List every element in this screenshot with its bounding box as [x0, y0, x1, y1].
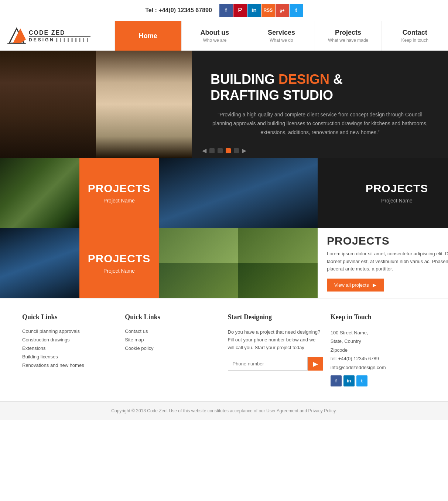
footer-link-licenses[interactable]: Building licenses [22, 354, 117, 359]
view-all-button[interactable]: View all projects ▶ [327, 279, 384, 292]
nav-home-label: Home [139, 32, 157, 40]
nav-contact[interactable]: Contact Keep in touch [381, 21, 448, 51]
footer-link-renovations[interactable]: Renovations and new homes [22, 362, 117, 368]
footer-linkedin-icon[interactable]: in [343, 375, 355, 386]
hero-title-highlight: DESIGN [278, 72, 329, 87]
footer-col3-heading: Start Designing [228, 313, 323, 321]
footer-link-contact[interactable]: Contact us [125, 328, 220, 334]
nav-home[interactable]: Home [114, 21, 181, 51]
twitter-icon[interactable]: t [290, 4, 303, 17]
googleplus-icon[interactable]: g+ [276, 4, 289, 17]
project-4-desc: Lorem ipsum dolor sit amet, consectetur … [327, 250, 448, 273]
facebook-icon[interactable]: f [219, 4, 233, 17]
footer-tel: tel: +44(0) 12345 6789 [331, 356, 379, 361]
hero-quote: "Providing a high quality and complete c… [211, 110, 430, 137]
footer-social-icons: f in t [331, 375, 426, 386]
footer-quick-links-2: Quick Links Contact us Site map Cookie p… [125, 313, 220, 386]
project-image-1[interactable] [0, 158, 79, 228]
footer-keep-in-touch: Keep in Touch 100 Street Name, State, Co… [331, 313, 426, 386]
slider-next[interactable]: ▶ [242, 147, 246, 154]
slider-dot-4[interactable] [234, 148, 239, 153]
project-image-4[interactable] [159, 228, 318, 298]
footer-link-sitemap[interactable]: Site map [125, 337, 220, 342]
project-image-3[interactable] [0, 228, 79, 298]
nav-about-sublabel: Who we are [203, 38, 226, 43]
project-image-2[interactable] [159, 158, 318, 228]
nav-services-sublabel: What we do [270, 38, 293, 43]
slider-prev[interactable]: ◀ [202, 147, 206, 154]
nav-services-label: Services [268, 29, 295, 37]
hero-slider: BUILDING DESIGN & DRAFTING STUDIO "Provi… [0, 51, 448, 158]
hero-title-text3: DRAFTING STUDIO [211, 88, 333, 103]
logo-text-2: DESIGN [29, 37, 55, 42]
project-4-title: PROJECTS [327, 235, 448, 247]
project-2-name: Project Name [381, 198, 413, 204]
header: CODE ZED DESIGN ▌▌▌▌▌▌▌▌▌ Home About us … [0, 21, 448, 51]
nav-contact-label: Contact [403, 29, 427, 37]
project-label-1[interactable]: PROJECTS Project Name [79, 158, 159, 228]
nav-projects[interactable]: Projects What we have made [315, 21, 382, 51]
nav-projects-sublabel: What we have made [328, 38, 368, 43]
hero-image [0, 51, 192, 158]
svg-marker-1 [13, 28, 26, 43]
logo-text-1: CODE ZED [29, 30, 90, 36]
footer-col1-heading: Quick Links [22, 313, 117, 321]
rss-icon[interactable]: RSS [261, 4, 275, 17]
logo-icon [7, 27, 26, 45]
project-1-name: Project Name [103, 198, 135, 204]
view-all-label: View all projects [334, 282, 369, 288]
footer-col2-heading: Quick Links [125, 313, 220, 321]
phone-submit-button[interactable]: ▶ [308, 357, 323, 371]
pinterest-icon[interactable]: P [233, 4, 247, 17]
phone-input[interactable] [228, 357, 308, 371]
footer-link-cookie[interactable]: Cookie policy [125, 345, 220, 351]
project-label-2[interactable]: PROJECTS Project Name [318, 158, 448, 228]
hero-content: BUILDING DESIGN & DRAFTING STUDIO "Provi… [192, 51, 448, 158]
hero-title-text1: BUILDING [211, 72, 278, 87]
tel-number: +44(0) 12345 67890 [158, 7, 212, 13]
copyright: Copyright © 2013 Code Zed. Use of this w… [0, 401, 448, 420]
project-1-title: PROJECTS [88, 182, 151, 195]
project-label-4: PROJECTS Lorem ipsum dolor sit amet, con… [318, 228, 448, 298]
arrow-right-icon: ▶ [373, 282, 376, 288]
footer-facebook-icon[interactable]: f [331, 375, 342, 386]
slider-controls: ◀ ▶ [0, 143, 448, 158]
footer-address-line1: 100 Street Name, [331, 330, 368, 335]
slider-dot-3[interactable] [226, 148, 231, 153]
footer: Quick Links Council planning approvals C… [0, 298, 448, 401]
footer-address: 100 Street Name, State, Country Zipcode … [331, 328, 426, 372]
footer-col3-text: Do you have a project that need designin… [228, 328, 323, 351]
slider-dot-2[interactable] [218, 148, 223, 153]
nav-about[interactable]: About us Who we are [181, 21, 248, 51]
footer-col4-heading: Keep in Touch [331, 313, 426, 321]
project-2-title: PROJECTS [366, 182, 428, 195]
main-nav: Home About us Who we are Services What w… [114, 21, 448, 51]
footer-address-line3: Zipcode [331, 347, 348, 353]
footer-start-designing: Start Designing Do you have a project th… [228, 313, 323, 386]
footer-quick-links-1: Quick Links Council planning approvals C… [22, 313, 117, 386]
logo-area: CODE ZED DESIGN ▌▌▌▌▌▌▌▌▌ [0, 21, 114, 51]
hero-title: BUILDING DESIGN & DRAFTING STUDIO [211, 71, 430, 103]
phone-input-area: ▶ [228, 357, 323, 371]
tel-label: Tel : [145, 7, 158, 13]
hero-title-text2: & [329, 72, 343, 87]
nav-contact-sublabel: Keep in touch [401, 38, 428, 43]
nav-projects-label: Projects [335, 29, 361, 37]
footer-link-council[interactable]: Council planning approvals [22, 328, 117, 334]
footer-address-line2: State, Country [331, 338, 361, 344]
footer-twitter-icon[interactable]: t [356, 375, 367, 386]
footer-link-construction[interactable]: Construction drawings [22, 337, 117, 342]
project-3-name: Project Name [103, 268, 135, 274]
tel-display: Tel : +44(0) 12345 67890 [145, 7, 212, 14]
slider-dot-1[interactable] [209, 148, 215, 153]
project-3-title: PROJECTS [88, 252, 151, 265]
project-label-3[interactable]: PROJECTS Project Name [79, 228, 159, 298]
footer-link-extensions[interactable]: Extensions [22, 345, 117, 351]
linkedin-icon[interactable]: in [247, 4, 261, 17]
top-bar: Tel : +44(0) 12345 67890 f P in RSS g+ t [0, 0, 448, 21]
nav-services[interactable]: Services What we do [248, 21, 315, 51]
copyright-text: Copyright © 2013 Code Zed. Use of this w… [111, 408, 336, 413]
projects-grid: PROJECTS Project Name PROJECTS Project N… [0, 158, 448, 298]
nav-about-label: About us [200, 29, 229, 37]
social-icons-top: f P in RSS g+ t [219, 4, 303, 17]
